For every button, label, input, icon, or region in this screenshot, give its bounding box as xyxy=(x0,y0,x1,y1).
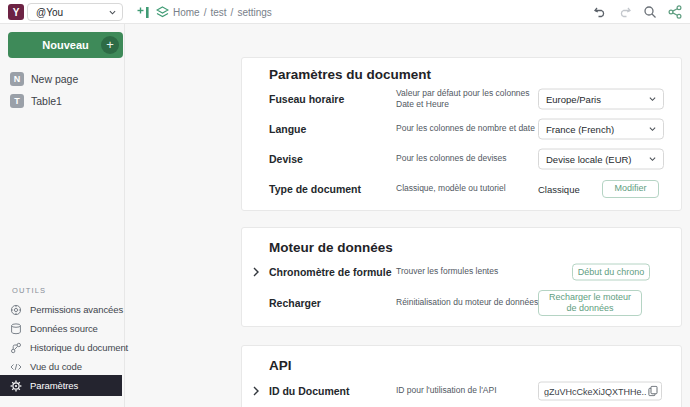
select-value: Devise locale (EUR) xyxy=(546,154,649,165)
sidebar-item-source-data[interactable]: Données source xyxy=(0,319,124,338)
sidebar-item-label: Paramètres xyxy=(30,380,78,391)
redo-icon[interactable] xyxy=(618,5,632,19)
setting-label: Chronomètre de formule xyxy=(269,266,392,278)
page-label: Table1 xyxy=(31,95,62,107)
document-id-value: gZuVHcCkeXiJQXTHHe.. xyxy=(544,386,648,396)
sidebar-item-label: Données source xyxy=(30,323,98,334)
chevron-down-icon xyxy=(649,127,656,132)
sidebar-item-document-history[interactable]: Historique du document xyxy=(0,338,124,357)
setting-label: Devise xyxy=(269,153,303,165)
section-title: Moteur de données xyxy=(269,240,393,255)
modify-button[interactable]: Modifier xyxy=(602,180,659,198)
new-button-label: Nouveau xyxy=(42,39,88,51)
select-value: Europe/Paris xyxy=(546,94,649,105)
sidebar-item-label: Vue du code xyxy=(30,361,82,372)
search-icon[interactable] xyxy=(643,5,657,19)
sidebar-item-table1[interactable]: T Table1 xyxy=(0,90,124,112)
setting-description: Réinitialisation du moteur de données xyxy=(396,297,536,308)
page-initial-badge: T xyxy=(10,94,24,108)
sidebar-item-new-page[interactable]: N New page xyxy=(0,68,124,90)
panel-toggle-icon[interactable] xyxy=(137,6,150,19)
sidebar-item-label: Permissions avancées xyxy=(30,304,123,315)
doc-stack-icon[interactable] xyxy=(156,6,169,19)
chevron-right-icon[interactable] xyxy=(252,386,260,396)
setting-label: Langue xyxy=(269,123,306,135)
org-logo[interactable]: Y xyxy=(8,4,24,20)
share-icon[interactable] xyxy=(668,5,682,19)
sidebar-item-settings[interactable]: Paramètres xyxy=(0,375,122,396)
setting-description: ID pour l'utilisation de l'API xyxy=(396,385,536,396)
currency-select[interactable]: Devise locale (EUR) xyxy=(538,149,664,170)
chevron-down-icon xyxy=(649,97,656,102)
setting-row-document-type: Type de document Classique, modèle ou tu… xyxy=(242,174,681,204)
page-label: New page xyxy=(31,73,78,85)
select-value: France (French) xyxy=(546,124,649,135)
gear-icon xyxy=(10,380,22,392)
setting-description: Pour les colonnes de nombre et date xyxy=(396,123,536,134)
timezone-select[interactable]: Europe/Paris xyxy=(538,89,664,110)
access-rules-icon xyxy=(10,304,22,316)
setting-description: Valeur par défaut pour les colonnes Date… xyxy=(396,88,536,110)
setting-row-currency: Devise Pour les colonnes de devises Devi… xyxy=(242,144,681,174)
card-document-settings: Paramètres du document Fuseau horaire Va… xyxy=(241,57,682,211)
setting-label: Type de document xyxy=(269,183,361,195)
setting-row-document-id: ID du Document ID pour l'utilisation de … xyxy=(242,376,681,406)
code-icon xyxy=(10,361,22,373)
chevron-down-icon xyxy=(109,10,116,15)
setting-description: Trouver les formules lentes xyxy=(396,266,536,277)
card-data-engine: Moteur de données Chronomètre de formule… xyxy=(241,227,682,327)
setting-label: Fuseau horaire xyxy=(269,93,344,105)
top-actions xyxy=(593,0,682,24)
setting-row-reload: Recharger Réinitialisation du moteur de … xyxy=(242,287,681,319)
reload-engine-button[interactable]: Recharger le moteur de données xyxy=(538,290,642,316)
setting-description: Classique, modèle ou tutoriel xyxy=(396,183,536,194)
org-select[interactable]: @You xyxy=(27,3,123,21)
breadcrumb-separator: / xyxy=(231,7,234,18)
setting-description: Pour les colonnes de devises xyxy=(396,153,536,164)
breadcrumb: Home / test / settings xyxy=(173,0,272,24)
left-sidebar: Nouveau + N New page T Table1 OUTILS Per… xyxy=(0,24,125,407)
app-window: Y @You Home / test / settings xyxy=(0,0,690,407)
history-icon xyxy=(10,342,22,354)
settings-page: Paramètres du document Fuseau horaire Va… xyxy=(125,24,690,407)
breadcrumb-home[interactable]: Home xyxy=(173,7,200,18)
chevron-down-icon xyxy=(649,157,656,162)
database-icon xyxy=(10,323,22,335)
undo-icon[interactable] xyxy=(593,5,607,19)
section-title: API xyxy=(269,358,292,373)
setting-row-timezone: Fuseau horaire Valeur par défaut pour le… xyxy=(242,84,681,114)
start-timer-button[interactable]: Début du chrono xyxy=(572,264,650,281)
document-type-value: Classique xyxy=(538,184,580,195)
breadcrumb-page[interactable]: settings xyxy=(237,7,271,18)
copy-icon[interactable] xyxy=(648,386,658,397)
breadcrumb-doc[interactable]: test xyxy=(210,7,226,18)
setting-label: Recharger xyxy=(269,297,321,309)
breadcrumb-separator: / xyxy=(204,7,207,18)
sidebar-item-code-view[interactable]: Vue du code xyxy=(0,357,124,376)
chevron-right-icon[interactable] xyxy=(252,267,260,277)
locale-select[interactable]: France (French) xyxy=(538,119,664,140)
plus-icon: + xyxy=(101,36,119,54)
setting-label: ID du Document xyxy=(269,385,350,397)
sidebar-item-permissions[interactable]: Permissions avancées xyxy=(0,300,124,319)
card-api: API ID du Document ID pour l'utilisation… xyxy=(241,345,682,407)
new-document-button[interactable]: Nouveau + xyxy=(8,32,123,58)
section-title: Paramètres du document xyxy=(269,67,431,82)
setting-row-formula-timer: Chronomètre de formule Trouver les formu… xyxy=(242,257,681,287)
tools-section-header: OUTILS xyxy=(12,286,46,295)
org-name: @You xyxy=(36,7,109,18)
sidebar-item-label: Historique du document xyxy=(30,342,128,353)
document-id-field[interactable]: gZuVHcCkeXiJQXTHHe.. xyxy=(538,382,662,401)
page-initial-badge: N xyxy=(10,72,24,86)
top-bar: Y @You Home / test / settings xyxy=(0,0,690,24)
setting-row-locale: Langue Pour les colonnes de nombre et da… xyxy=(242,114,681,144)
